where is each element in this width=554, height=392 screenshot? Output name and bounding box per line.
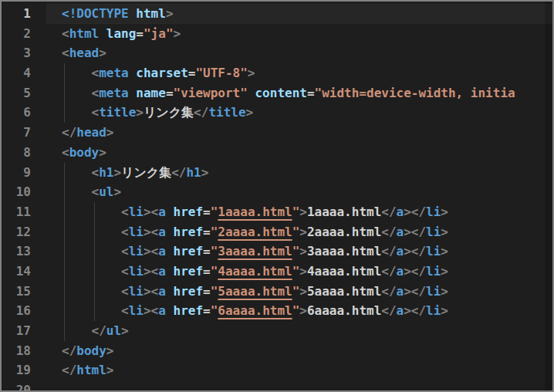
code-line-5[interactable]: 5 <meta name="viewport" content="width=d… bbox=[2, 83, 552, 103]
code-line-2[interactable]: 2<html lang="ja"> bbox=[2, 24, 552, 44]
code-line-19[interactable]: 19</html> bbox=[2, 360, 552, 380]
line-number: 4 bbox=[2, 63, 31, 83]
code-lines: 1<!DOCTYPE html>2<html lang="ja">3<head>… bbox=[2, 4, 552, 390]
code-line-20[interactable]: 20 bbox=[2, 380, 552, 390]
code-text: <ul> bbox=[62, 182, 121, 202]
line-number: 17 bbox=[2, 321, 31, 341]
code-text: </ul> bbox=[62, 321, 129, 341]
line-number: 13 bbox=[2, 242, 31, 262]
code-line-9[interactable]: 9 <h1>リンク集</h1> bbox=[2, 163, 552, 183]
editor-viewport[interactable]: 1<!DOCTYPE html>2<html lang="ja">3<head>… bbox=[2, 2, 552, 390]
line-number: 14 bbox=[2, 262, 31, 282]
code-text: </html> bbox=[62, 360, 113, 380]
line-number: 9 bbox=[2, 163, 31, 183]
line-number: 11 bbox=[2, 202, 31, 222]
code-line-6[interactable]: 6 <title>リンク集</title> bbox=[2, 103, 552, 123]
line-number: 20 bbox=[2, 380, 31, 390]
line-number: 2 bbox=[2, 24, 31, 44]
line-number: 15 bbox=[2, 282, 31, 302]
code-text: <li><a href="6aaaa.html">6aaaa.html</a><… bbox=[62, 301, 448, 321]
code-text: <meta charset="UTF-8"> bbox=[62, 63, 255, 83]
scrollbar-track[interactable] bbox=[545, 2, 552, 390]
code-text: <li><a href="5aaaa.html">5aaaa.html</a><… bbox=[62, 282, 448, 302]
code-text: </body> bbox=[62, 341, 113, 361]
code-text: <li><a href="1aaaa.html">1aaaa.html</a><… bbox=[62, 202, 448, 222]
code-text: <li><a href="2aaaa.html">2aaaa.html</a><… bbox=[62, 222, 448, 242]
code-line-1[interactable]: 1<!DOCTYPE html> bbox=[2, 4, 552, 24]
line-number: 3 bbox=[2, 43, 31, 63]
code-line-15[interactable]: 15 <li><a href="5aaaa.html">5aaaa.html</… bbox=[2, 282, 552, 302]
code-text: <!DOCTYPE html> bbox=[62, 4, 174, 24]
code-line-7[interactable]: 7</head> bbox=[2, 123, 552, 143]
line-number: 5 bbox=[2, 83, 31, 103]
line-number: 10 bbox=[2, 182, 31, 202]
code-text: </head> bbox=[62, 123, 113, 143]
line-number: 7 bbox=[2, 123, 31, 143]
code-line-3[interactable]: 3<head> bbox=[2, 43, 552, 63]
code-line-11[interactable]: 11 <li><a href="1aaaa.html">1aaaa.html</… bbox=[2, 202, 552, 222]
code-text: <li><a href="4aaaa.html">4aaaa.html</a><… bbox=[62, 262, 448, 282]
line-number: 1 bbox=[2, 4, 31, 24]
line-number: 8 bbox=[2, 143, 31, 163]
code-text: <html lang="ja"> bbox=[62, 24, 181, 44]
code-text: <meta name="viewport" content="width=dev… bbox=[62, 83, 515, 103]
code-text: <title>リンク集</title> bbox=[62, 103, 253, 123]
code-text: <body> bbox=[62, 143, 106, 163]
line-number: 12 bbox=[2, 222, 31, 242]
code-text: <head> bbox=[62, 43, 106, 63]
line-number: 16 bbox=[2, 301, 31, 321]
code-line-17[interactable]: 17 </ul> bbox=[2, 321, 552, 341]
code-line-10[interactable]: 10 <ul> bbox=[2, 182, 552, 202]
line-number: 6 bbox=[2, 103, 31, 123]
code-text: <h1>リンク集</h1> bbox=[62, 163, 208, 183]
code-line-4[interactable]: 4 <meta charset="UTF-8"> bbox=[2, 63, 552, 83]
line-number: 18 bbox=[2, 341, 31, 361]
code-line-12[interactable]: 12 <li><a href="2aaaa.html">2aaaa.html</… bbox=[2, 222, 552, 242]
code-editor-window: 1<!DOCTYPE html>2<html lang="ja">3<head>… bbox=[0, 0, 554, 392]
code-line-14[interactable]: 14 <li><a href="4aaaa.html">4aaaa.html</… bbox=[2, 262, 552, 282]
code-line-8[interactable]: 8<body> bbox=[2, 143, 552, 163]
code-text: <li><a href="3aaaa.html">3aaaa.html</a><… bbox=[62, 242, 448, 262]
code-line-13[interactable]: 13 <li><a href="3aaaa.html">3aaaa.html</… bbox=[2, 242, 552, 262]
line-number: 19 bbox=[2, 360, 31, 380]
code-line-18[interactable]: 18</body> bbox=[2, 341, 552, 361]
code-line-16[interactable]: 16 <li><a href="6aaaa.html">6aaaa.html</… bbox=[2, 301, 552, 321]
